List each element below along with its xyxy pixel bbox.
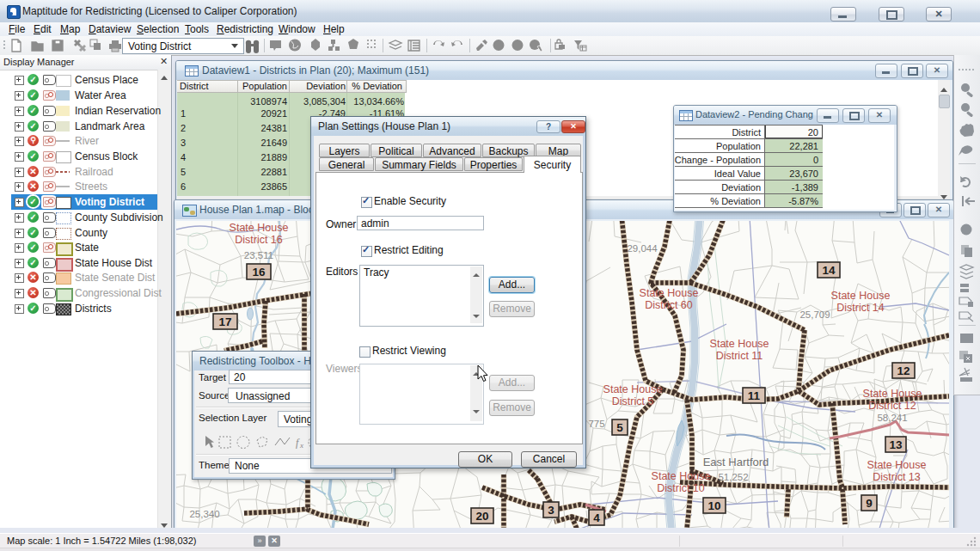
svg-text:State House: State House <box>710 338 769 350</box>
svg-text:16: 16 <box>252 266 266 279</box>
svg-text:25,709: 25,709 <box>799 309 830 320</box>
svg-text:51,252: 51,252 <box>718 472 748 482</box>
svg-text:14: 14 <box>822 264 836 277</box>
svg-text:State House: State House <box>603 383 663 395</box>
svg-text:13: 13 <box>889 438 903 451</box>
svg-text:District 5: District 5 <box>612 395 654 407</box>
svg-text:State House: State House <box>831 290 891 302</box>
svg-text:State House: State House <box>652 470 711 482</box>
svg-text:11: 11 <box>748 389 761 402</box>
svg-text:District 13: District 13 <box>873 471 921 483</box>
svg-text:17: 17 <box>218 315 231 328</box>
svg-text:20: 20 <box>475 510 488 523</box>
svg-text:District 11: District 11 <box>716 350 763 362</box>
svg-text:3: 3 <box>548 504 554 517</box>
svg-text:State House: State House <box>230 222 289 234</box>
svg-text:9: 9 <box>866 497 873 510</box>
svg-text:4: 4 <box>593 511 600 524</box>
svg-text:District 14: District 14 <box>836 302 885 314</box>
svg-text:5: 5 <box>616 421 623 434</box>
svg-text:District 10: District 10 <box>657 482 705 494</box>
svg-text:x: x <box>299 441 303 450</box>
svg-text:State House: State House <box>640 287 699 299</box>
svg-text:District 16: District 16 <box>235 234 283 246</box>
svg-text:State House: State House <box>863 388 922 400</box>
svg-text:25,340: 25,340 <box>189 509 219 519</box>
svg-text:East Hartford: East Hartford <box>703 456 769 468</box>
svg-text:23,511: 23,511 <box>244 250 273 260</box>
svg-text:58,241: 58,241 <box>877 413 907 423</box>
svg-text:District 12: District 12 <box>868 400 916 412</box>
svg-text:29,044: 29,044 <box>627 243 658 254</box>
svg-text:10: 10 <box>707 499 720 512</box>
svg-text:775: 775 <box>588 419 604 429</box>
svg-text:State House: State House <box>867 459 927 471</box>
svg-text:12: 12 <box>897 364 910 377</box>
svg-text:District 60: District 60 <box>645 299 693 311</box>
